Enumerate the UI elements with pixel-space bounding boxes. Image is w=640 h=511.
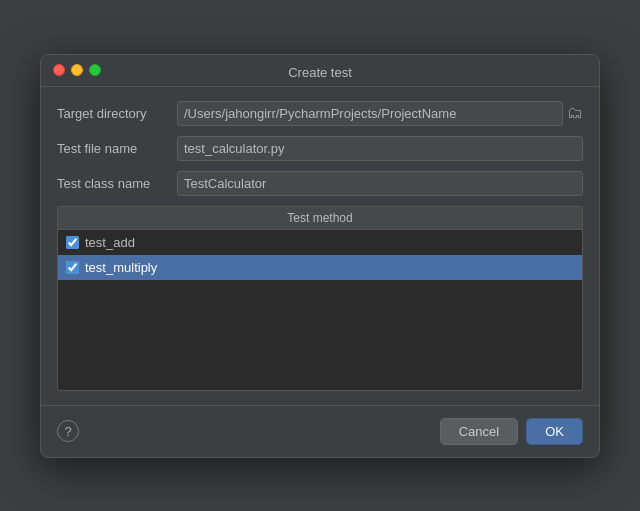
help-button[interactable]: ? <box>57 420 79 442</box>
target-directory-row: Target directory 🗂 <box>57 101 583 126</box>
test-method-item-test-multiply[interactable]: test_multiply <box>58 255 582 280</box>
test-file-name-label: Test file name <box>57 141 177 156</box>
test-file-name-input-wrapper <box>177 136 583 161</box>
target-directory-label: Target directory <box>57 106 177 121</box>
test-class-name-input[interactable] <box>177 171 583 196</box>
test-add-checkbox[interactable] <box>66 236 79 249</box>
browse-folder-icon[interactable]: 🗂 <box>567 104 583 122</box>
test-add-label: test_add <box>85 235 135 250</box>
test-methods-header: Test method <box>58 207 582 230</box>
test-file-name-row: Test file name <box>57 136 583 161</box>
test-class-name-label: Test class name <box>57 176 177 191</box>
close-button[interactable] <box>53 64 65 76</box>
traffic-lights <box>53 64 101 76</box>
test-file-name-input[interactable] <box>177 136 583 161</box>
dialog-body: Target directory 🗂 Test file name Test c… <box>41 87 599 405</box>
create-test-dialog: Create test Target directory 🗂 Test file… <box>40 54 600 458</box>
test-class-name-input-wrapper <box>177 171 583 196</box>
maximize-button[interactable] <box>89 64 101 76</box>
footer-buttons: Cancel OK <box>440 418 583 445</box>
test-class-name-row: Test class name <box>57 171 583 196</box>
test-multiply-checkbox[interactable] <box>66 261 79 274</box>
target-directory-input[interactable] <box>177 101 563 126</box>
ok-button[interactable]: OK <box>526 418 583 445</box>
minimize-button[interactable] <box>71 64 83 76</box>
title-bar: Create test <box>41 55 599 87</box>
test-methods-list: test_add test_multiply <box>58 230 582 390</box>
test-methods-section: Test method test_add test_multiply <box>57 206 583 391</box>
dialog-title: Create test <box>288 65 352 80</box>
test-multiply-label: test_multiply <box>85 260 157 275</box>
dialog-footer: ? Cancel OK <box>41 405 599 457</box>
cancel-button[interactable]: Cancel <box>440 418 518 445</box>
target-directory-input-wrapper: 🗂 <box>177 101 583 126</box>
test-method-item-test-add[interactable]: test_add <box>58 230 582 255</box>
